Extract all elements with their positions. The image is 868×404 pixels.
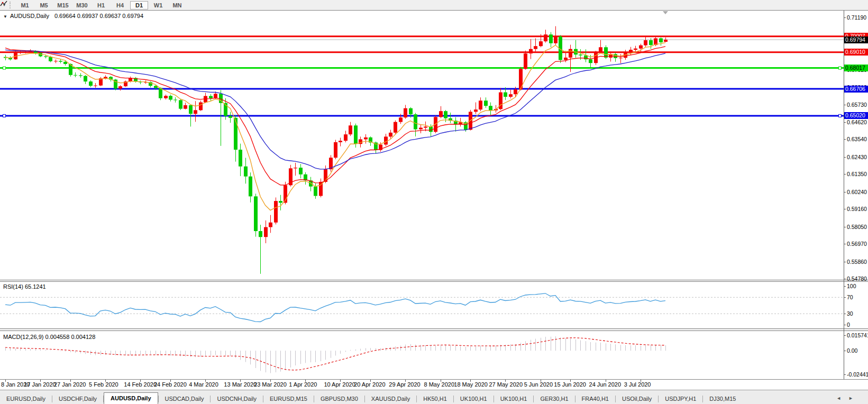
tab-usdchf-daily[interactable]: USDCHF,Daily: [52, 394, 103, 404]
rsi-tick-label: 30: [847, 310, 853, 317]
candle-body: [399, 117, 403, 122]
candle-body: [394, 122, 397, 133]
candle-body: [74, 75, 77, 76]
line-anchor-handle[interactable]: [3, 67, 6, 69]
tab-xauusd-daily[interactable]: XAUUSD,Daily: [365, 394, 416, 404]
tab-audusd-daily[interactable]: AUDUSD,Daily: [104, 392, 158, 404]
macd-tick-label: 0.015741: [847, 332, 868, 338]
axis-tick: [844, 174, 846, 175]
candle-body: [34, 51, 38, 53]
tab-scroll-arrows: ◄►: [836, 396, 861, 401]
date-label: 15 Jun 2020: [554, 381, 586, 388]
axis-tick: [844, 122, 846, 123]
date-label: 17 Jan 2020: [24, 381, 56, 388]
candle-body: [354, 125, 358, 144]
tab-fra40-h1[interactable]: FRA40,H1: [575, 394, 615, 404]
rsi-title: RSI(14) 65.1241: [3, 283, 46, 290]
candle-body: [179, 100, 182, 108]
axis-tick: [844, 262, 846, 262]
candle-body: [184, 105, 187, 109]
rsi-panel[interactable]: [0, 293, 844, 322]
candle-body: [659, 38, 663, 42]
candle-body: [544, 34, 547, 41]
tab-scroll-right-icon[interactable]: ►: [848, 396, 861, 401]
axis-tick: [844, 157, 846, 158]
candle-body: [244, 167, 248, 177]
tab-scroll-left-icon[interactable]: ◄: [836, 396, 848, 401]
tab-dj30-m15[interactable]: DJ30,M15: [703, 394, 742, 404]
hline-price-badge: 0.66706: [844, 86, 868, 93]
tab-usoil-daily[interactable]: USOil,Daily: [616, 394, 658, 404]
line-anchor-handle[interactable]: [839, 114, 842, 117]
tab-gbpusd-m30[interactable]: GBPUSD,M30: [314, 394, 364, 404]
date-label: 5 Jun 2020: [524, 381, 553, 388]
candle-body: [639, 45, 643, 49]
tab-hk50-h1[interactable]: HK50,H1: [417, 394, 453, 404]
candle-body: [539, 41, 543, 46]
tab-uk100-h1[interactable]: UK100,H1: [454, 394, 494, 404]
date-label: 29 Apr 2020: [389, 381, 420, 388]
candle-body: [534, 46, 537, 49]
candle-body: [554, 36, 558, 43]
candle-body: [164, 96, 168, 98]
chart-title: ▼AUDUSD,Daily0.69664 0.69937 0.69637 0.6…: [3, 13, 143, 19]
main-chart-panel[interactable]: [0, 26, 844, 274]
tab-ger30-h1[interactable]: GER30,H1: [534, 394, 574, 404]
tab-usdcnh-daily[interactable]: USDCNH,Daily: [211, 394, 263, 404]
candle-body: [634, 49, 637, 50]
chart-symbol: AUDUSD,Daily: [10, 13, 49, 19]
candle-body: [249, 177, 252, 197]
date-label: 8 May 2020: [424, 381, 454, 388]
candle-body: [444, 111, 447, 118]
splitter-main-rsi[interactable]: [0, 280, 868, 282]
date-label: 23 Mar 2020: [254, 381, 287, 388]
candle-body: [474, 109, 478, 112]
chart-tab-bar: ◄► EURUSD,DailyUSDCHF,DailyAUDUSD,DailyU…: [0, 390, 868, 404]
price-tick-label: 0.60240: [847, 189, 867, 195]
candle-body: [549, 34, 553, 43]
candle-body: [54, 61, 58, 61]
candle-body: [604, 47, 608, 58]
price-tick-label: 0.65730: [847, 102, 867, 108]
price-tick-label: 0.56970: [847, 241, 867, 247]
axis-tick: [844, 105, 846, 105]
candle-body: [59, 61, 62, 62]
collapse-icon[interactable]: ▼: [3, 14, 7, 19]
chart-canvas[interactable]: [0, 0, 868, 404]
candle-body: [274, 201, 278, 223]
tab-eurusd-m15[interactable]: EURUSD,M15: [263, 394, 314, 404]
shift-marker-icon: [663, 11, 668, 14]
price-tick-label: 0.55860: [847, 259, 867, 265]
candle-body: [389, 133, 392, 137]
axis-tick: [844, 139, 846, 140]
line-anchor-handle[interactable]: [839, 67, 842, 69]
candle-body: [84, 76, 87, 82]
candle-body: [269, 223, 272, 227]
tab-usdcad-daily[interactable]: USDCAD,Daily: [159, 394, 211, 404]
candle-body: [19, 52, 22, 53]
mt4-window: ▾ M1M5M15M30H1H4D1W1MN ▼AUDUSD,Daily0.69…: [0, 0, 868, 404]
tab-uk100-h1[interactable]: UK100,H1: [494, 394, 534, 404]
line-anchor-handle[interactable]: [3, 114, 6, 117]
splitter-rsi-macd[interactable]: [0, 328, 868, 331]
candle-body: [649, 40, 653, 45]
price-tick-label: 0.61350: [847, 171, 867, 177]
chart-ohlc-values: 0.69664 0.69937 0.69637 0.69794: [54, 13, 143, 19]
candle-body: [514, 89, 517, 94]
axis-tick: [844, 209, 846, 209]
candle-body: [299, 168, 303, 175]
candle-body: [344, 134, 348, 141]
candle-body: [234, 118, 237, 150]
candle-body: [479, 100, 482, 109]
candle-body: [424, 126, 427, 127]
macd-panel[interactable]: [5, 336, 666, 373]
tab-usdjpy-h1[interactable]: USDJPY,H1: [659, 394, 702, 404]
axis-tick: [844, 17, 846, 18]
macd-title: MACD(12,26,9) 0.004558 0.004128: [3, 334, 95, 340]
candle-body: [173, 99, 177, 100]
candle-body: [79, 75, 83, 76]
tab-eurusd-daily[interactable]: EURUSD,Daily: [0, 394, 52, 404]
candle-body: [279, 201, 282, 203]
candle-body: [89, 81, 93, 86]
axis-tick: [844, 244, 846, 244]
